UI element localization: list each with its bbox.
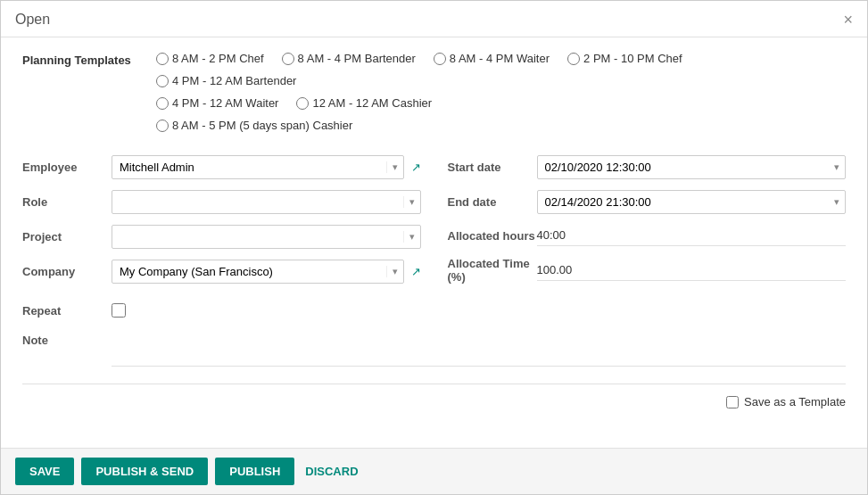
allocated-time-field: 100.00	[537, 260, 847, 281]
save-template-label[interactable]: Save as a Template	[744, 395, 846, 408]
project-dropdown-arrow[interactable]: ▾	[403, 231, 420, 243]
dialog-body: Planning Templates 8 AM - 2 PM Chef 8 AM…	[1, 37, 867, 448]
dialog-header: Open ×	[1, 1, 867, 37]
company-dropdown-arrow[interactable]: ▾	[386, 266, 403, 277]
save-template-checkbox[interactable]	[726, 396, 739, 408]
employee-input[interactable]	[112, 156, 386, 178]
dialog: Open × Planning Templates 8 AM - 2 PM Ch…	[0, 0, 868, 495]
planning-templates-label: Planning Templates	[22, 52, 156, 67]
discard-button[interactable]: DISCARD	[302, 458, 361, 485]
save-button[interactable]: SAVE	[15, 458, 74, 485]
note-input[interactable]	[112, 332, 846, 367]
planning-option-5-label: 4 PM - 12 AM Bartender	[172, 74, 296, 87]
allocated-hours-label: Allocated hours	[448, 229, 537, 243]
planning-option-3-label: 8 AM - 4 PM Waiter	[450, 52, 550, 65]
role-input-wrapper[interactable]: ▾	[112, 190, 421, 214]
employee-row: Employee ▾ ↗	[22, 155, 421, 179]
start-date-row: Start date ▾	[448, 155, 847, 179]
company-row: Company ▾ ↗	[22, 260, 421, 284]
end-date-field: ▾	[537, 190, 847, 214]
planning-option-7[interactable]: 12 AM - 12 AM Cashier	[296, 96, 432, 110]
form-columns: Employee ▾ ↗ Role ▾	[22, 155, 846, 294]
project-input-wrapper[interactable]: ▾	[112, 225, 421, 249]
allocated-time-value: 100.00	[537, 260, 847, 281]
employee-ext-link[interactable]: ↗	[411, 161, 421, 174]
form-col-left: Employee ▾ ↗ Role ▾	[22, 155, 421, 294]
allocated-time-label: Allocated Time (%)	[448, 257, 537, 284]
close-button[interactable]: ×	[843, 12, 853, 28]
planning-option-8[interactable]: 8 AM - 5 PM (5 days span) Cashier	[156, 119, 828, 132]
project-field: ▾	[112, 225, 421, 249]
end-date-input[interactable]	[538, 191, 830, 213]
allocated-hours-value: 40:00	[537, 225, 847, 246]
planning-option-1-label: 8 AM - 2 PM Chef	[172, 52, 264, 65]
company-ext-link[interactable]: ↗	[411, 265, 421, 278]
dialog-title: Open	[15, 12, 50, 28]
start-date-arrow[interactable]: ▾	[829, 161, 845, 173]
allocated-hours-row: Allocated hours 40:00	[448, 225, 847, 246]
note-label: Note	[22, 332, 112, 347]
form-col-right: Start date ▾ End date ▾	[448, 155, 847, 294]
repeat-label: Repeat	[22, 304, 112, 318]
planning-templates-options: 8 AM - 2 PM Chef 8 AM - 4 PM Bartender 8…	[156, 52, 846, 137]
planning-option-5[interactable]: 4 PM - 12 AM Bartender	[156, 74, 828, 87]
divider	[22, 384, 846, 384]
role-dropdown-arrow[interactable]: ▾	[403, 196, 420, 208]
repeat-row: Repeat	[22, 303, 846, 318]
role-field: ▾	[112, 190, 421, 214]
allocated-hours-field: 40:00	[537, 225, 847, 246]
employee-dropdown-arrow[interactable]: ▾	[386, 161, 403, 173]
allocated-time-row: Allocated Time (%) 100.00	[448, 257, 847, 284]
repeat-checkbox[interactable]	[112, 303, 126, 318]
planning-radio-5[interactable]	[156, 75, 169, 87]
start-date-label: Start date	[448, 161, 537, 174]
start-date-input[interactable]	[538, 156, 830, 178]
planning-option-4[interactable]: 2 PM - 10 PM Chef	[567, 52, 682, 65]
start-date-wrapper[interactable]: ▾	[537, 155, 847, 179]
project-row: Project ▾	[22, 225, 421, 249]
planning-option-6-label: 4 PM - 12 AM Waiter	[172, 96, 278, 110]
role-row: Role ▾	[22, 190, 421, 214]
planning-option-7-label: 12 AM - 12 AM Cashier	[312, 96, 432, 110]
company-field: ▾ ↗	[112, 260, 421, 284]
planning-option-2[interactable]: 8 AM - 4 PM Bartender	[282, 52, 416, 65]
planning-radio-6[interactable]	[156, 97, 169, 110]
end-date-wrapper[interactable]: ▾	[537, 190, 847, 214]
planning-option-3[interactable]: 8 AM - 4 PM Waiter	[434, 52, 550, 65]
planning-radio-7[interactable]	[296, 97, 309, 110]
project-label: Project	[22, 230, 112, 243]
end-date-label: End date	[448, 195, 537, 209]
role-label: Role	[22, 195, 112, 209]
end-date-row: End date ▾	[448, 190, 847, 214]
employee-field: ▾ ↗	[112, 155, 421, 179]
planning-radio-3[interactable]	[434, 53, 446, 65]
employee-input-wrapper[interactable]: ▾	[112, 155, 404, 179]
publish-button[interactable]: PUBLISH	[215, 458, 294, 485]
company-input[interactable]	[112, 260, 386, 283]
publish-send-button[interactable]: PUBLISH & SEND	[81, 458, 208, 485]
planning-radio-8[interactable]	[156, 120, 169, 132]
planning-option-8-label: 8 AM - 5 PM (5 days span) Cashier	[172, 119, 352, 132]
planning-templates-row: Planning Templates 8 AM - 2 PM Chef 8 AM…	[22, 52, 846, 137]
start-date-field: ▾	[537, 155, 847, 179]
planning-option-1[interactable]: 8 AM - 2 PM Chef	[156, 52, 264, 65]
planning-radio-4[interactable]	[567, 53, 580, 65]
project-input[interactable]	[112, 226, 403, 248]
employee-label: Employee	[22, 161, 112, 174]
planning-option-6[interactable]: 4 PM - 12 AM Waiter	[156, 96, 278, 110]
planning-radio-1[interactable]	[156, 53, 169, 65]
role-input[interactable]	[112, 191, 403, 213]
save-template-row: Save as a Template	[22, 395, 846, 408]
company-label: Company	[22, 265, 112, 278]
end-date-arrow[interactable]: ▾	[829, 196, 845, 208]
note-field	[112, 332, 846, 369]
dialog-footer: SAVE PUBLISH & SEND PUBLISH DISCARD	[1, 448, 867, 494]
planning-option-4-label: 2 PM - 10 PM Chef	[583, 52, 682, 65]
planning-option-2-label: 8 AM - 4 PM Bartender	[298, 52, 416, 65]
company-input-wrapper[interactable]: ▾	[112, 260, 404, 284]
note-row: Note	[22, 332, 846, 369]
planning-radio-2[interactable]	[282, 53, 294, 65]
